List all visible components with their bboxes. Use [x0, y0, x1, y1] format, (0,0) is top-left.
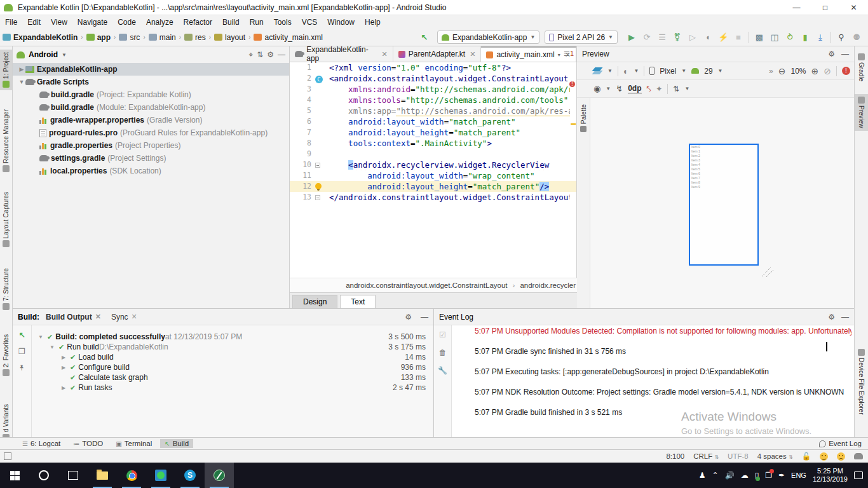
tool-strip-resource-manager[interactable]: Resource Manager	[0, 107, 12, 175]
breadcrumb-item[interactable]: main	[159, 33, 176, 42]
avatar-icon[interactable]: ⚉	[849, 32, 864, 42]
device-preview-frame[interactable]: Item 0Item 1Item 2Item 3Item 4Item 5Item…	[689, 144, 759, 266]
preview-canvas[interactable]: Item 0Item 1Item 2Item 3Item 4Item 5Item…	[590, 98, 854, 308]
menu-item-window[interactable]: Window	[322, 17, 360, 28]
menu-item-edit[interactable]: Edit	[22, 17, 46, 28]
code-line[interactable]: 11 android:layout_width="wrap_content"	[290, 170, 576, 181]
project-tree-row[interactable]: ▼Gradle Scripts	[13, 76, 289, 88]
device-dropdown[interactable]: Pixel 2 API 26 ▼	[545, 30, 618, 44]
project-tree-row[interactable]: build.gradle (Project: Expandable Kotlin…	[13, 88, 289, 101]
project-tree-row[interactable]: build.gradle (Module: ExpandableKotlin-a…	[13, 101, 289, 114]
menu-item-build[interactable]: Build	[217, 17, 245, 28]
tool-window-switcher-icon[interactable]	[4, 452, 11, 460]
show-hidden-icons[interactable]: ⌃	[712, 471, 719, 480]
breadcrumb-item[interactable]: app	[97, 33, 111, 42]
task-view-button[interactable]	[58, 463, 88, 488]
sad-feedback-icon[interactable]	[837, 452, 845, 461]
code-line[interactable]: 3 xmlns:android="http://schemas.android.…	[290, 84, 576, 95]
gear-icon[interactable]: ⚙	[828, 313, 835, 322]
wrench-icon[interactable]: 🔧	[438, 366, 447, 375]
project-tree-row[interactable]: gradle.properties (Project Properties)	[13, 139, 289, 152]
run-menu-icon[interactable]: ☰	[654, 32, 670, 42]
pin-icon[interactable]: 🖈	[18, 363, 26, 372]
build-hammer-icon[interactable]: ↖	[417, 32, 432, 42]
preview-api-selector[interactable]: 29	[704, 67, 712, 76]
zoom-fit-icon[interactable]: ⊘	[824, 66, 831, 76]
menu-item-help[interactable]: Help	[360, 17, 386, 28]
hide-panel-icon[interactable]: —	[421, 313, 428, 322]
project-tree-row[interactable]: gradle-wrapper.properties (Gradle Versio…	[13, 114, 289, 126]
build-tree-row[interactable]: ▶✔Configure build936 ms	[32, 362, 433, 372]
code-line[interactable]: 9	[290, 149, 576, 159]
tree-expand-icon[interactable]: ▶	[60, 365, 67, 370]
menu-item-analyze[interactable]: Analyze	[141, 17, 179, 28]
tree-expand-icon[interactable]: ▶	[60, 355, 67, 360]
menu-item-file[interactable]: File	[0, 17, 22, 28]
lock-icon[interactable]: 🔓	[802, 452, 811, 461]
caret-position[interactable]: 8:100	[666, 452, 684, 460]
close-icon[interactable]: ✕	[95, 313, 101, 321]
chrome-button[interactable]	[117, 463, 146, 488]
more-actions-icon[interactable]: »	[769, 67, 773, 76]
encoding-selector[interactable]: UTF-8	[728, 452, 749, 460]
default-margins[interactable]: 0dp	[628, 84, 641, 93]
menu-item-refactor[interactable]: Refactor	[179, 17, 217, 28]
project-tree-row[interactable]: ▶ExpandableKotlin-app	[13, 63, 289, 76]
tab-sync[interactable]: Sync✕	[107, 311, 141, 323]
zoom-in-icon[interactable]: ⊕	[811, 66, 819, 76]
hide-panel-icon[interactable]: —	[278, 50, 285, 59]
gradle-daemon-icon[interactable]	[854, 453, 863, 459]
rerun-build-icon[interactable]: ↖	[18, 330, 25, 339]
skype-button[interactable]: S	[175, 463, 205, 488]
apply-changes-icon[interactable]: ⟳	[639, 32, 654, 42]
menu-item-code[interactable]: Code	[112, 17, 141, 28]
palette-tab[interactable]: Palette	[577, 102, 590, 135]
run-button[interactable]: ▶	[624, 32, 639, 42]
clear-constraints-icon[interactable]: ⤣	[647, 85, 651, 93]
pen-icon[interactable]: ✒	[778, 471, 785, 480]
inspection-widget[interactable]: ☰1	[564, 50, 574, 58]
close-icon[interactable]: ✕	[382, 50, 388, 58]
file-explorer-button[interactable]	[88, 463, 117, 488]
breadcrumb-tag[interactable]: androidx.constraintlayout.widget.Constra…	[346, 281, 507, 289]
attach-debugger-icon[interactable]: ⚡	[715, 32, 731, 42]
close-icon[interactable]: ✕	[470, 50, 475, 58]
tree-expand-icon[interactable]: ▼	[18, 79, 25, 85]
code-line[interactable]: 8 tools:context=".MainActivity">	[290, 138, 576, 149]
intention-bulb-icon[interactable]	[315, 183, 322, 189]
stop-button[interactable]: ■	[731, 32, 746, 42]
mode-tab-design[interactable]: Design	[292, 295, 337, 308]
menu-item-vcs[interactable]: VCS	[297, 17, 323, 28]
project-tree-row[interactable]: settings.gradle (Project Settings)	[13, 152, 289, 165]
chevron-down-icon[interactable]: ▼	[62, 52, 67, 58]
notification-badge-icon[interactable]: ❐	[765, 471, 772, 480]
collapse-all-icon[interactable]: ⇅	[257, 50, 263, 59]
debug-button[interactable]: ⚧	[670, 32, 685, 42]
build-tree-row[interactable]: ▼✔Run build D:\ExpandableKotlin3 s 175 m…	[32, 342, 433, 352]
code-line[interactable]: 5 xmlns:app="http://schemas.android.com/…	[290, 105, 576, 116]
tool-strip----project[interactable]: 1: Project	[0, 50, 12, 90]
design-surface-icon[interactable]	[593, 67, 602, 75]
code-line[interactable]: 6 android:layout_width="match_parent"	[290, 116, 576, 127]
build-tree-row[interactable]: ▶✔Load build14 ms	[32, 352, 433, 362]
tool-strip-device-file-explorer[interactable]: Device File Explorer	[855, 346, 868, 417]
code-line[interactable]: 7 android:layout_height="match_parent"	[290, 127, 576, 138]
zoom-out-icon[interactable]: ⊖	[778, 66, 786, 76]
android-studio-button[interactable]	[205, 463, 234, 488]
fold-marker-icon[interactable]	[315, 195, 320, 200]
infer-constraints-icon[interactable]: ✦	[656, 85, 662, 93]
tool-button-build[interactable]: ↖Build	[160, 439, 193, 448]
layout-inspector-icon[interactable]: ▮	[797, 32, 813, 42]
trash-icon[interactable]: 🗑	[439, 348, 447, 357]
minimize-button[interactable]: —	[782, 0, 811, 15]
tool-strip-gradle[interactable]: Gradle	[855, 51, 868, 84]
tree-expand-icon[interactable]: ▼	[48, 344, 56, 350]
code-line[interactable]: 12 android:layout_height="match_parent"/…	[290, 181, 576, 192]
tool-button-todo[interactable]: ≔TODO	[69, 439, 107, 448]
mode-tab-text[interactable]: Text	[340, 295, 376, 308]
gradle-sync-icon[interactable]: ⥁	[782, 32, 797, 42]
project-view-selector[interactable]: Android	[29, 50, 58, 59]
locate-file-icon[interactable]: ⌖	[248, 50, 253, 59]
clock[interactable]: 5:25 PM 12/13/2019	[813, 467, 848, 484]
code-line[interactable]: 13</androidx.constraintlayout.widget.Con…	[290, 192, 576, 203]
